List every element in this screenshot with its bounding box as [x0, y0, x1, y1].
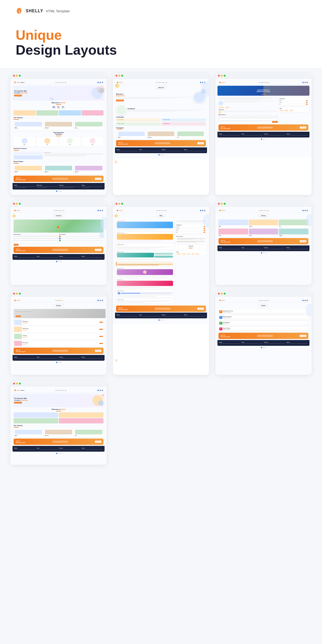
dot-yellow — [118, 203, 120, 205]
hero-line2: Design Layouts — [16, 43, 306, 58]
dot-green — [121, 203, 123, 205]
dot-red — [218, 293, 220, 295]
dot-yellow — [221, 75, 223, 77]
preview-blog[interactable]: SHELLY Home About Blog Contacts Blog — [113, 201, 209, 375]
dot-yellow — [16, 75, 18, 77]
classes-list-preview: SHELLY Home Blog Classes Classes — [10, 296, 107, 375]
dot-green — [224, 75, 226, 77]
mini-nav: SHELLY School Home About Courses Blog — [13, 80, 105, 85]
dot-yellow — [221, 293, 223, 295]
classes-grid-preview: SHELLY Home About Classes Blog Classes — [215, 206, 312, 285]
about-page-preview: SHELLY Home About Courses Blog About Us — [113, 78, 209, 159]
dot-red — [13, 203, 15, 205]
brand-name: SHELLY — [26, 9, 43, 13]
course-page-preview: SHELLY Home About Courses Blog Natural S… — [215, 78, 312, 157]
preview-home-alt[interactable]: SHELLY School Home About Courses Blog Th… — [10, 381, 107, 465]
browser-chrome-classes — [215, 201, 312, 206]
preview-about[interactable]: SHELLY Home About Courses Blog About Us — [113, 73, 209, 195]
dot-green — [224, 203, 226, 205]
dot-yellow — [16, 383, 18, 384]
dot-red — [13, 383, 15, 384]
hero-line1: Unique — [16, 28, 306, 43]
logo-leaf-icon — [16, 7, 23, 15]
dot-red — [116, 203, 117, 205]
dot-red — [218, 75, 220, 77]
dot-yellow — [221, 203, 223, 205]
dot-yellow — [16, 293, 18, 295]
browser-chrome-contacts — [10, 201, 107, 206]
browser-chrome-course — [215, 73, 312, 78]
browser-chrome — [10, 73, 107, 78]
preview-events[interactable]: SHELLY Home About Classes Events Events — [215, 291, 312, 375]
preview-home[interactable]: SHELLY School Home About Courses Blog Th… — [10, 73, 107, 195]
preview-contacts[interactable]: SHELLY Home About Blog Contacts Contacts — [10, 201, 107, 285]
hero-section: Unique Design Layouts — [0, 20, 322, 68]
dot-green — [19, 383, 21, 384]
blog-page-preview: SHELLY Home About Blog Contacts Blog — [113, 206, 209, 324]
dot-green — [19, 293, 21, 295]
events-page-preview: SHELLY Home About Classes Events Events — [215, 296, 312, 375]
browser-chrome-events — [215, 291, 312, 296]
preview-classes-grid[interactable]: SHELLY Home About Classes Blog Classes — [215, 201, 312, 285]
browser-chrome-blog — [113, 201, 209, 206]
header: SHELLY HTML Template — [0, 0, 322, 20]
previews-grid: SHELLY School Home About Courses Blog Th… — [0, 68, 322, 475]
home-alt-preview: SHELLY School Home About Courses Blog Th… — [10, 386, 107, 465]
browser-chrome-about — [113, 73, 209, 78]
dot-red — [218, 203, 220, 205]
brand-tagline: HTML Template — [46, 9, 70, 13]
contacts-page-preview: SHELLY Home About Blog Contacts Contacts — [10, 206, 107, 285]
dot-green — [224, 293, 226, 295]
dot-red — [116, 75, 117, 77]
dot-yellow — [118, 75, 120, 77]
preview-single-course[interactable]: SHELLY Home About Courses Blog Natural S… — [215, 73, 312, 195]
dot-green — [19, 75, 21, 77]
dot-green — [121, 75, 123, 77]
dot-yellow — [16, 203, 18, 205]
dot-red — [13, 293, 15, 295]
home-page-preview: SHELLY School Home About Courses Blog Th… — [10, 78, 107, 195]
browser-chrome-home-alt — [10, 381, 107, 386]
dot-green — [19, 203, 21, 205]
browser-chrome-classes-list — [10, 291, 107, 296]
preview-classes-list[interactable]: SHELLY Home Blog Classes Classes — [10, 291, 107, 375]
dot-red — [13, 75, 15, 77]
